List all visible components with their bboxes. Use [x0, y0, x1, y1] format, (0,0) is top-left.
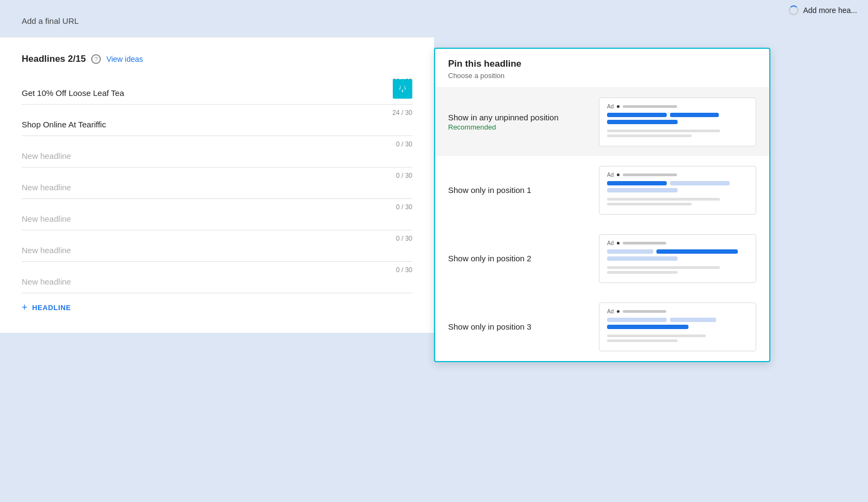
top-right-bar: Add more hea... [789, 5, 857, 15]
ad-bar-p1-1 [607, 181, 667, 185]
pin-option-label-2: Show only in position 2 [448, 254, 588, 263]
add-more-label: Add more hea... [803, 6, 857, 15]
pin-option-pos2[interactable]: Show only in position 2 Ad [435, 224, 769, 293]
ad-bar-p2-1 [607, 249, 653, 254]
view-ideas-link[interactable]: View ideas [106, 55, 143, 63]
ad-dot-2 [617, 242, 620, 244]
final-url-label: Add a final URL [22, 16, 79, 25]
headline-row-4: 0 / 30 New headline [22, 199, 412, 230]
pin-option-pos1[interactable]: Show only in position 1 Ad [435, 156, 769, 224]
ad-bar-blue-2 [670, 113, 719, 117]
ad-preview-3: Ad [599, 303, 756, 351]
ad-desc-p2-1 [607, 266, 720, 269]
content-panel: Headlines 2/15 ? View ideas 26 / 30 Get … [0, 37, 434, 333]
char-count-5: 0 / 30 [22, 235, 412, 242]
char-count-4: 0 / 30 [22, 203, 412, 211]
pin-button-0[interactable] [393, 79, 412, 99]
main-panel: Add a final URL Headlines 2/15 ? View id… [0, 0, 434, 502]
pin-option-pos3[interactable]: Show only in position 3 Ad [435, 293, 769, 361]
ad-bar-blue-1 [607, 113, 667, 117]
ad-dot-3 [617, 310, 620, 313]
loading-spinner [789, 5, 799, 15]
headline-placeholder-2[interactable]: New headline [22, 149, 412, 163]
ad-bar-p3-3 [607, 325, 688, 329]
ad-desc-2 [607, 134, 692, 137]
char-count-1: 24 / 30 [22, 109, 412, 117]
add-headline-label: HEADLINE [32, 304, 71, 312]
pin-panel-title: Pin this headline [448, 59, 756, 69]
ad-dot-0 [617, 105, 620, 108]
ad-desc-p3-1 [607, 334, 706, 337]
ad-badge-3: Ad [607, 308, 614, 314]
ad-desc-1 [607, 130, 720, 132]
ad-dot-1 [617, 173, 620, 176]
headline-placeholder-6[interactable]: New headline [22, 275, 412, 288]
pin-panel: Pin this headline Choose a position Show… [434, 48, 770, 362]
ad-preview-2: Ad [599, 234, 756, 283]
ad-desc-p3-2 [607, 339, 678, 342]
ad-bar-p1-3 [607, 188, 678, 192]
ad-desc-p1-2 [607, 203, 692, 205]
char-count-2: 0 / 30 [22, 140, 412, 148]
pin-option-label-1: Show only in position 1 [448, 185, 588, 195]
ad-bar-p1-2 [670, 181, 730, 185]
headline-text-0[interactable]: Get 10% Off Loose Leaf Tea [22, 86, 412, 100]
ad-bar-p2-2 [656, 249, 738, 254]
headlines-header: Headlines 2/15 ? View ideas [22, 48, 412, 65]
ad-desc-p2-2 [607, 271, 678, 274]
ad-preview-1: Ad [599, 166, 756, 215]
headlines-title: Headlines 2/15 [22, 54, 86, 65]
pin-panel-subtitle: Choose a position [448, 72, 756, 80]
pin-option-recommended-0: Recommended [448, 123, 588, 131]
headline-placeholder-4[interactable]: New headline [22, 212, 412, 226]
headline-placeholder-5[interactable]: New headline [22, 243, 412, 257]
headline-row-6: 0 / 30 New headline [22, 262, 412, 293]
ad-bar-blue-3 [607, 120, 678, 124]
ad-badge-0: Ad [607, 104, 614, 110]
pin-option-label-3: Show only in position 3 [448, 322, 588, 331]
ad-badge-1: Ad [607, 172, 614, 178]
help-icon[interactable]: ? [91, 54, 101, 64]
headline-row-3: 0 / 30 New headline [22, 168, 412, 199]
pin-option-text-3: Show only in position 3 [448, 322, 588, 332]
ad-badge-2: Ad [607, 240, 614, 246]
pin-panel-header: Pin this headline Choose a position [435, 49, 769, 88]
plus-icon: + [22, 302, 28, 313]
ad-desc-p1-1 [607, 198, 720, 201]
pin-icon [398, 84, 407, 94]
headline-row-2: 0 / 30 New headline [22, 136, 412, 168]
headline-row-1: 24 / 30 Shop Online At Teariffic [22, 105, 412, 136]
ad-bar-p2-3 [607, 256, 678, 261]
ad-bar-p3-1 [607, 318, 667, 322]
char-count-0: 26 / 30 [22, 78, 412, 85]
pin-option-text-0: Show in any unpinned position Recommende… [448, 113, 588, 131]
headline-row-0: 26 / 30 Get 10% Off Loose Leaf Tea [22, 73, 412, 105]
ad-preview-0: Ad [599, 98, 756, 146]
pin-option-text-1: Show only in position 1 [448, 185, 588, 196]
top-bar: Add a final URL [0, 0, 434, 37]
char-count-6: 0 / 30 [22, 266, 412, 274]
char-count-3: 0 / 30 [22, 172, 412, 179]
headline-text-1[interactable]: Shop Online At Teariffic [22, 118, 412, 131]
pin-option-text-2: Show only in position 2 [448, 254, 588, 264]
headline-placeholder-3[interactable]: New headline [22, 181, 412, 194]
headline-row-5: 0 / 30 New headline [22, 230, 412, 262]
pin-option-label-0: Show in any unpinned position [448, 113, 588, 122]
add-headline-button[interactable]: + HEADLINE [22, 293, 71, 322]
ad-bar-p3-2 [670, 318, 716, 322]
pin-option-any[interactable]: Show in any unpinned position Recommende… [435, 88, 769, 156]
